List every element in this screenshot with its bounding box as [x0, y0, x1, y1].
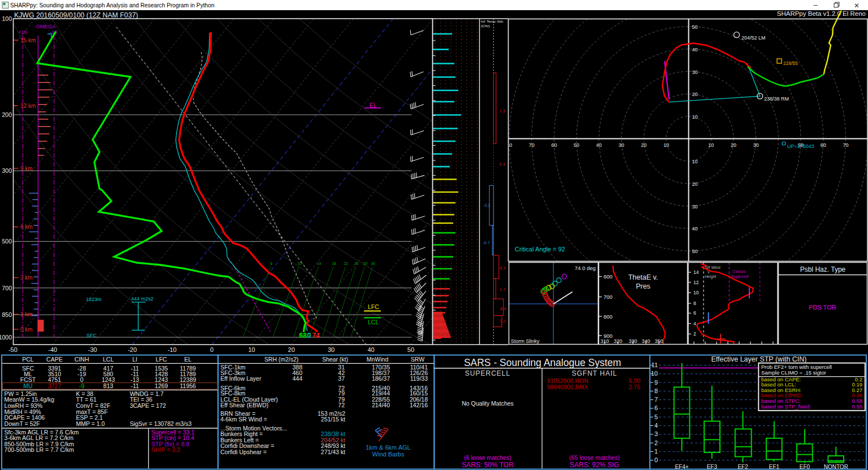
- svg-text:37: 37: [338, 375, 345, 382]
- svg-text:Pres: Pres: [636, 282, 650, 290]
- svg-text:LCL: LCL: [103, 356, 114, 363]
- svg-text:MU: MU: [23, 382, 32, 389]
- svg-text:186/37: 186/37: [372, 375, 390, 382]
- svg-text:Storm Slinky: Storm Slinky: [511, 338, 540, 344]
- svg-text:Inf. Temp. Adv.: Inf. Temp. Adv.: [481, 19, 504, 23]
- svg-text:SARS: 92% SIG: SARS: 92% SIG: [570, 461, 619, 469]
- svg-text:EF2: EF2: [737, 464, 748, 470]
- svg-text:–: –: [813, 1, 818, 9]
- svg-text:Eff Inflow Layer: Eff Inflow Layer: [220, 375, 262, 382]
- svg-text:EF3: EF3: [707, 464, 718, 470]
- svg-text:6: 6: [693, 310, 696, 316]
- svg-text:1823m: 1823m: [86, 297, 102, 302]
- svg-text:SARS: 50% TOR: SARS: 50% TOR: [462, 461, 514, 469]
- svg-text:40: 40: [596, 142, 602, 148]
- svg-text:10: 10: [692, 159, 698, 164]
- svg-text:+10: +10: [18, 29, 27, 35]
- svg-text:Wind Barbs: Wind Barbs: [372, 451, 405, 458]
- svg-text:LFC: LFC: [368, 303, 379, 310]
- svg-text:72: 72: [338, 402, 345, 408]
- svg-text:10: 10: [692, 114, 698, 120]
- svg-text:20: 20: [641, 142, 646, 148]
- svg-text:Eff Shear (EBWD): Eff Shear (EBWD): [220, 402, 268, 408]
- svg-text:1: 1: [654, 448, 658, 455]
- svg-text:26: 26: [354, 262, 359, 266]
- svg-text:600: 600: [604, 273, 613, 280]
- svg-text:2: 2: [693, 331, 696, 337]
- svg-text:10: 10: [693, 290, 699, 295]
- svg-text:20: 20: [692, 181, 698, 187]
- svg-text:74: 74: [313, 332, 320, 340]
- svg-text:Shear (kt): Shear (kt): [322, 356, 348, 363]
- svg-text:CAPE: CAPE: [46, 356, 63, 363]
- svg-text:SFC: SFC: [86, 333, 97, 338]
- svg-text:251/15 kt: 251/15 kt: [321, 416, 345, 423]
- svg-text:30: 30: [618, 142, 624, 148]
- svg-text:SARS - Sounding Analogue Syste: SARS - Sounding Analogue System: [464, 357, 621, 368]
- svg-text:30: 30: [692, 69, 698, 75]
- svg-text:320: 320: [614, 338, 622, 344]
- svg-text:No Quality Matches: No Quality Matches: [462, 400, 514, 407]
- svg-text:238/38 RM: 238/38 RM: [764, 96, 789, 102]
- svg-text:SHARPpy Beta v1.2.0 El Reno: SHARPpy Beta v1.2.0 El Reno: [777, 10, 866, 17]
- svg-text:20: 20: [692, 92, 698, 97]
- svg-text:22: 22: [344, 262, 349, 266]
- svg-text:340: 340: [641, 338, 650, 344]
- svg-text:12 km: 12 km: [20, 103, 36, 109]
- svg-text:3 km: 3 km: [20, 275, 33, 281]
- svg-text:SRW: SRW: [411, 356, 424, 363]
- svg-text:6 km: 6 km: [20, 224, 33, 230]
- svg-text:1km & 6km AGL: 1km & 6km AGL: [366, 444, 410, 451]
- svg-text:74.0 deg: 74.0 deg: [575, 265, 596, 271]
- svg-text:4: 4: [693, 321, 696, 327]
- svg-text:1000: 1000: [0, 334, 12, 341]
- svg-text:SUPERCELL: SUPERCELL: [465, 369, 510, 377]
- svg-text:6: 6: [654, 404, 658, 411]
- svg-text:350: 350: [654, 338, 663, 344]
- svg-text:4: 4: [654, 422, 658, 429]
- svg-text:KJWG 20160509/0100 (12Z NA: KJWG 20160509/0100 (12Z NAM F037): [14, 11, 138, 19]
- svg-text:40: 40: [692, 47, 698, 53]
- svg-text:30: 30: [328, 346, 335, 353]
- svg-text:1 km: 1 km: [20, 311, 33, 317]
- svg-text:LCL: LCL: [368, 319, 379, 325]
- svg-text:200: 200: [2, 111, 12, 118]
- svg-text:-50: -50: [8, 346, 18, 353]
- svg-text:40: 40: [367, 346, 374, 353]
- svg-text:20: 20: [731, 142, 736, 148]
- svg-text:Classic: Classic: [732, 269, 746, 274]
- svg-text:228/55: 228/55: [783, 60, 798, 66]
- svg-text:DownT = 52F: DownT = 52F: [5, 420, 40, 427]
- svg-text:9: 9: [654, 379, 658, 386]
- svg-text:14: 14: [693, 269, 699, 275]
- svg-text:(6 loose matches): (6 loose matches): [464, 454, 511, 461]
- svg-text:-11: -11: [131, 382, 139, 389]
- svg-text:214/40: 214/40: [372, 402, 390, 408]
- svg-text:-0.7: -0.7: [483, 240, 490, 245]
- svg-text:40: 40: [692, 226, 698, 232]
- svg-text:LI: LI: [132, 356, 137, 363]
- svg-text:18: 18: [332, 262, 336, 266]
- svg-text:30: 30: [692, 204, 698, 210]
- svg-text:0: 0: [654, 456, 658, 463]
- svg-text:0: 0: [307, 332, 311, 340]
- svg-text:Critical Angle = 92: Critical Angle = 92: [515, 246, 565, 253]
- svg-text:0.55: 0.55: [852, 403, 863, 410]
- svg-text:EF0: EF0: [800, 464, 810, 470]
- svg-text:300: 300: [2, 167, 12, 174]
- svg-text:CINH: CINH: [75, 356, 89, 363]
- svg-text:5: 5: [654, 414, 658, 420]
- svg-text:based on STP_fixed:: based on STP_fixed:: [761, 403, 811, 410]
- svg-text:PCL: PCL: [22, 356, 34, 363]
- svg-text:NONTOR: NONTOR: [824, 464, 848, 470]
- svg-text:142/16: 142/16: [410, 402, 428, 408]
- svg-text:UP=275043: UP=275043: [787, 143, 814, 149]
- svg-text:700-500mb LR = 7.7 C/km: 700-500mb LR = 7.7 C/km: [5, 446, 75, 453]
- svg-text:310: 310: [600, 338, 609, 344]
- svg-text:-30: -30: [88, 346, 97, 353]
- svg-text:68: 68: [300, 332, 307, 340]
- svg-text:50: 50: [407, 346, 414, 353]
- svg-text:-20: -20: [128, 346, 137, 353]
- svg-text:0 km: 0 km: [20, 327, 33, 333]
- svg-text:30: 30: [753, 142, 759, 148]
